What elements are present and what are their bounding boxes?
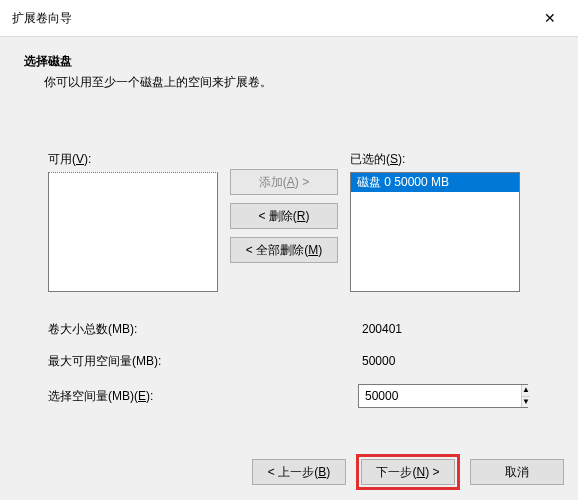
selected-column: 已选的(S): 磁盘 0 50000 MB [350,151,520,292]
selected-label: 已选的(S): [350,151,520,168]
selected-listbox[interactable]: 磁盘 0 50000 MB [350,172,520,292]
chevron-up-icon: ▲ [522,386,530,394]
page-subheading: 你可以用至少一个磁盘上的空间来扩展卷。 [44,74,558,91]
content-area: 选择磁盘 你可以用至少一个磁盘上的空间来扩展卷。 可用(V): 添加(A) > … [0,37,578,418]
cancel-button[interactable]: 取消 [470,459,564,485]
total-size-value: 200401 [358,320,528,338]
titlebar: 扩展卷向导 ✕ [0,0,578,37]
wizard-footer: < 上一步(B) 下一步(N) > 取消 [252,454,564,490]
window-title: 扩展卷向导 [12,10,72,27]
total-size-row: 卷大小总数(MB): 200401 [48,320,530,338]
spinner-up[interactable]: ▲ [522,385,530,397]
page-heading: 选择磁盘 [24,53,558,70]
select-space-row: 选择空间量(MB)(E): ▲ ▼ [48,384,530,408]
spinner-buttons: ▲ ▼ [521,385,530,407]
list-item[interactable]: 磁盘 0 50000 MB [351,173,519,192]
size-fields: 卷大小总数(MB): 200401 最大可用空间量(MB): 50000 选择空… [20,320,558,408]
disk-lists: 可用(V): 添加(A) > < 删除(R) < 全部删除(M) 已选的(S):… [20,151,558,292]
close-button[interactable]: ✕ [530,6,570,30]
available-label: 可用(V): [48,151,218,168]
add-button[interactable]: 添加(A) > [230,169,338,195]
select-space-input[interactable] [359,385,521,407]
chevron-down-icon: ▼ [522,398,530,406]
available-listbox[interactable] [48,172,218,292]
max-space-label: 最大可用空间量(MB): [48,353,358,370]
next-button-highlight: 下一步(N) > [356,454,460,490]
close-icon: ✕ [544,10,556,26]
total-size-label: 卷大小总数(MB): [48,321,358,338]
remove-all-button[interactable]: < 全部删除(M) [230,237,338,263]
remove-button[interactable]: < 删除(R) [230,203,338,229]
transfer-buttons: 添加(A) > < 删除(R) < 全部删除(M) [230,151,338,263]
back-button[interactable]: < 上一步(B) [252,459,346,485]
next-button[interactable]: 下一步(N) > [361,459,455,485]
available-column: 可用(V): [48,151,218,292]
max-space-row: 最大可用空间量(MB): 50000 [48,352,530,370]
max-space-value: 50000 [358,352,528,370]
spinner-down[interactable]: ▼ [522,397,530,408]
select-space-label: 选择空间量(MB)(E): [48,388,358,405]
select-space-spinner: ▲ ▼ [358,384,528,408]
